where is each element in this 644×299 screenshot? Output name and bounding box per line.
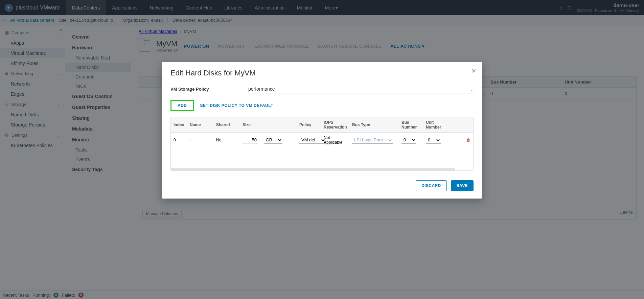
disk-shared: No <box>213 135 240 145</box>
save-button[interactable]: SAVE <box>451 180 474 191</box>
col-bus-type: Bus Type <box>349 120 399 130</box>
modal-overlay: ✕ Edit Hard Disks for MyVM VM Storage Po… <box>0 0 644 299</box>
disk-bus-type-select[interactable]: LSI Logic Parallel (SCS <box>352 136 393 144</box>
disk-name: - <box>187 135 213 145</box>
set-disk-policy-default-button[interactable]: SET DISK POLICY TO VM DEFAULT <box>200 103 274 108</box>
edit-hard-disks-modal: ✕ Edit Hard Disks for MyVM VM Storage Po… <box>162 62 482 199</box>
disk-row: 0 - No GB VM def Not Applicable LSI Logi… <box>171 133 473 147</box>
col-iops: IOPS Reservation <box>321 117 349 132</box>
vm-storage-policy-select[interactable] <box>248 85 476 93</box>
col-size: Size <box>240 120 297 130</box>
disk-unit-number-select[interactable]: 0 <box>426 136 441 144</box>
disk-iops: Not Applicable <box>321 133 349 147</box>
modal-title: Edit Hard Disks for MyVM <box>170 69 474 77</box>
col-policy: Policy <box>297 120 321 130</box>
col-shared: Shared <box>213 120 240 130</box>
close-icon[interactable]: ✕ <box>471 67 476 75</box>
disk-index: 0 <box>171 135 187 145</box>
vm-storage-policy-label: VM Storage Policy <box>170 87 248 92</box>
col-index: Index <box>171 120 187 130</box>
horizontal-scrollbar[interactable] <box>171 168 455 170</box>
disk-bus-number-select[interactable]: 0 <box>401 136 416 144</box>
disk-size-unit-select[interactable]: GB <box>264 136 282 144</box>
disk-size-input[interactable] <box>243 137 258 143</box>
add-button[interactable]: ADD <box>170 100 194 111</box>
col-bus-number: Bus Number <box>399 117 423 132</box>
col-unit-number: Unit Number <box>423 117 447 132</box>
col-name: Name <box>187 120 213 130</box>
disks-table: Index Name Shared Size Policy IOPS Reser… <box>170 117 474 171</box>
discard-button[interactable]: DISCARD <box>416 180 446 191</box>
delete-row-icon[interactable]: 🗑 <box>466 138 470 142</box>
